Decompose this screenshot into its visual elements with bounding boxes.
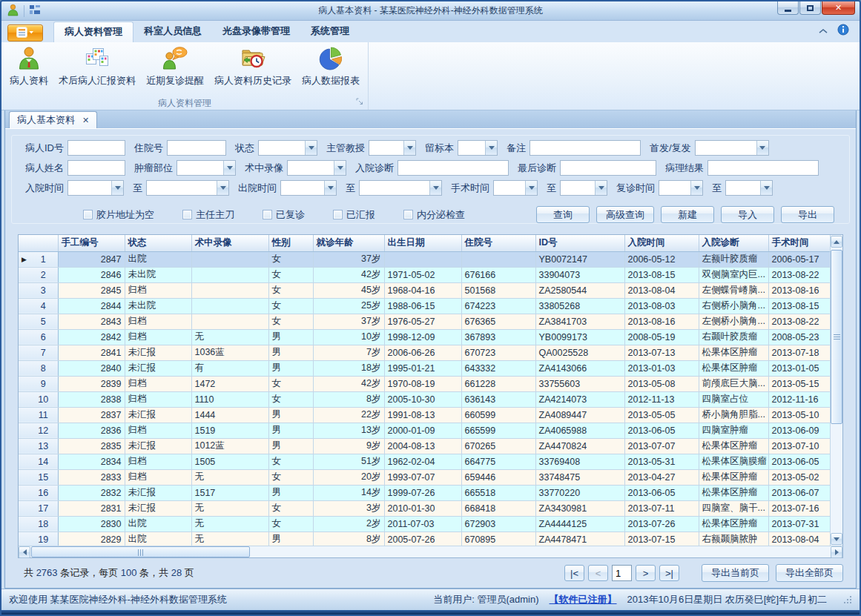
info-icon[interactable] <box>837 24 849 38</box>
table-row[interactable]: 92839归档1472女42岁1970-08-19661228337556032… <box>19 376 830 391</box>
export-current-page-button[interactable]: 导出当前页 <box>702 564 769 582</box>
table-row[interactable]: 72841未汇报1036蓝男7岁2006-06-26670723QA002552… <box>19 345 830 360</box>
table-row[interactable]: 22846未出院女42岁1971-05-02676166339040732013… <box>19 267 830 282</box>
ribbon-tab-0[interactable]: 病人资料管理 <box>53 21 133 42</box>
patient-data-button[interactable]: 病人资料 <box>4 44 53 90</box>
discharge-date-from-select[interactable] <box>280 180 337 196</box>
dropdown-arrow-icon[interactable] <box>305 141 317 155</box>
pathology-result-field[interactable] <box>707 160 819 176</box>
patient-name-field[interactable] <box>67 160 125 176</box>
table-row[interactable]: 42844未出院女25岁1988-06-15674223338052682013… <box>19 298 830 314</box>
revisit-date-to-select[interactable] <box>725 180 773 196</box>
admission-no-field[interactable] <box>167 140 226 156</box>
export-all-pages-button[interactable]: 导出全部页 <box>776 564 843 582</box>
column-header-4[interactable]: 性别 <box>268 235 313 251</box>
surgery-video-select[interactable] <box>287 160 346 176</box>
ribbon-tab-3[interactable]: 系统管理 <box>300 21 360 42</box>
column-header-11[interactable]: 手术时间 <box>768 235 830 251</box>
dropdown-arrow-icon[interactable] <box>429 181 441 195</box>
dropdown-arrow-icon[interactable] <box>485 141 497 155</box>
column-header-3[interactable]: 术中录像 <box>191 235 268 251</box>
column-header-10[interactable]: 入院诊断 <box>699 235 768 251</box>
app-menu-button[interactable] <box>7 24 43 42</box>
revisited-checkbox[interactable]: 已复诊 <box>263 208 305 222</box>
maximize-button[interactable] <box>799 1 821 15</box>
resize-grip[interactable] <box>843 595 852 604</box>
film-address-empty-checkbox[interactable]: 胶片地址为空 <box>83 208 154 222</box>
admission-date-from-select[interactable] <box>67 180 124 196</box>
reported-checkbox[interactable]: 已汇报 <box>333 208 375 222</box>
horizontal-scrollbar[interactable] <box>19 546 842 557</box>
next-page-button[interactable]: > <box>636 565 656 581</box>
admission-date-to-select[interactable] <box>146 180 229 196</box>
final-diagnosis-field[interactable] <box>560 160 656 176</box>
surgery-date-from-select[interactable] <box>493 180 538 196</box>
dropdown-arrow-icon[interactable] <box>403 141 415 155</box>
admission-diagnosis-field[interactable] <box>397 160 509 176</box>
export-button[interactable]: 导出 <box>781 206 834 223</box>
table-row[interactable]: 172831未汇报无女3岁2010-01-30668418ZA343098120… <box>19 500 830 516</box>
column-header-2[interactable]: 状态 <box>125 235 191 251</box>
vertical-scroll-thumb[interactable] <box>831 250 842 424</box>
dropdown-arrow-icon[interactable] <box>525 181 537 195</box>
dropdown-arrow-icon[interactable] <box>334 161 346 175</box>
specimen-select[interactable] <box>458 140 498 156</box>
patient-id-field[interactable] <box>67 140 125 156</box>
dropdown-arrow-icon[interactable] <box>217 181 228 195</box>
dropdown-arrow-icon[interactable] <box>760 181 772 195</box>
new-button[interactable]: 新建 <box>661 206 714 223</box>
table-row[interactable]: ▶12847出院女37岁YB00721472006-05-12左额叶胶质瘤200… <box>19 251 830 267</box>
column-header-8[interactable]: ID号 <box>535 235 624 251</box>
horizontal-scroll-thumb[interactable] <box>31 546 250 557</box>
table-row[interactable]: 52843归档女37岁1976-05-27676365ZA38417032013… <box>19 314 830 329</box>
table-row[interactable]: 82840未汇报有男18岁1995-01-21643332ZA414306620… <box>19 360 830 376</box>
column-header-7[interactable]: 住院号 <box>461 235 535 251</box>
page-number-input[interactable] <box>612 565 632 581</box>
column-header-5[interactable]: 就诊年龄 <box>313 235 384 251</box>
scroll-down-button[interactable] <box>831 533 842 545</box>
postop-report-button[interactable]: 术后病人汇报资料 <box>53 44 141 90</box>
revisit-date-from-select[interactable] <box>659 180 703 196</box>
table-row[interactable]: 122836归档1519男13岁2000-01-09665599ZA406598… <box>19 423 830 438</box>
patient-report-button[interactable]: 病人数据报表 <box>297 44 365 90</box>
table-row[interactable]: 182830出院无女2岁2011-07-03672903ZA4444125201… <box>19 516 830 531</box>
table-row[interactable]: 162832未汇报1517男14岁1999-07-266655183377022… <box>19 485 830 500</box>
dropdown-arrow-icon[interactable] <box>324 181 336 195</box>
revisit-reminder-button[interactable]: 近期复诊提醒 <box>141 44 209 90</box>
table-row[interactable]: 32845归档女45岁1968-04-16501568ZA25805442013… <box>19 282 830 298</box>
dropdown-arrow-icon[interactable] <box>111 181 123 195</box>
professor-select[interactable] <box>369 140 416 156</box>
tumor-site-select[interactable] <box>177 160 236 176</box>
surgery-date-to-select[interactable] <box>560 180 607 196</box>
first-page-button[interactable]: |< <box>564 565 584 581</box>
tab-close-icon[interactable]: ✕ <box>82 116 89 125</box>
column-header-0[interactable] <box>19 235 58 251</box>
onset-recurrence-select[interactable] <box>695 140 769 156</box>
table-row[interactable]: 62842归档无男10岁1998-12-09367893YB0099173200… <box>19 329 830 345</box>
endocrine-exam-checkbox[interactable]: 内分泌检查 <box>403 208 465 222</box>
last-page-button[interactable]: >| <box>659 565 679 581</box>
table-row[interactable]: 192829出院无男8岁2005-07-26670895ZA4478471201… <box>19 531 830 546</box>
table-row[interactable]: 152833归档无女20岁1993-07-0765944633748475201… <box>19 469 830 485</box>
table-row[interactable]: 132835未汇报1012蓝男9岁2004-08-13670265ZA44708… <box>19 438 830 454</box>
discharge-date-to-select[interactable] <box>359 180 442 196</box>
dropdown-arrow-icon[interactable] <box>595 181 607 195</box>
remark-field[interactable] <box>530 140 641 156</box>
patient-history-button[interactable]: 病人资料历史记录 <box>209 44 297 90</box>
column-header-1[interactable]: 手工编号 <box>58 235 125 251</box>
ribbon-tab-1[interactable]: 科室人员信息 <box>133 21 212 42</box>
column-header-6[interactable]: 出生日期 <box>384 235 461 251</box>
dropdown-arrow-icon[interactable] <box>223 161 235 175</box>
advanced-query-button[interactable]: 高级查询 <box>596 206 654 223</box>
ribbon-tab-2[interactable]: 光盘录像带管理 <box>212 21 300 42</box>
collapse-ribbon-icon[interactable] <box>818 25 828 36</box>
tab-patient-basic-info[interactable]: 病人基本资料 ✕ <box>9 111 97 128</box>
table-row[interactable]: 102838归档1110女8岁2005-10-30636143ZA4214073… <box>19 391 830 407</box>
import-button[interactable]: 导入 <box>721 206 774 223</box>
registered-link[interactable]: 【软件已注册】 <box>550 593 617 606</box>
close-button[interactable]: ✕ <box>822 1 855 15</box>
dropdown-arrow-icon[interactable] <box>756 141 768 155</box>
minimize-button[interactable] <box>777 1 799 15</box>
scroll-left-button[interactable] <box>19 546 30 558</box>
query-button[interactable]: 查询 <box>536 206 590 223</box>
